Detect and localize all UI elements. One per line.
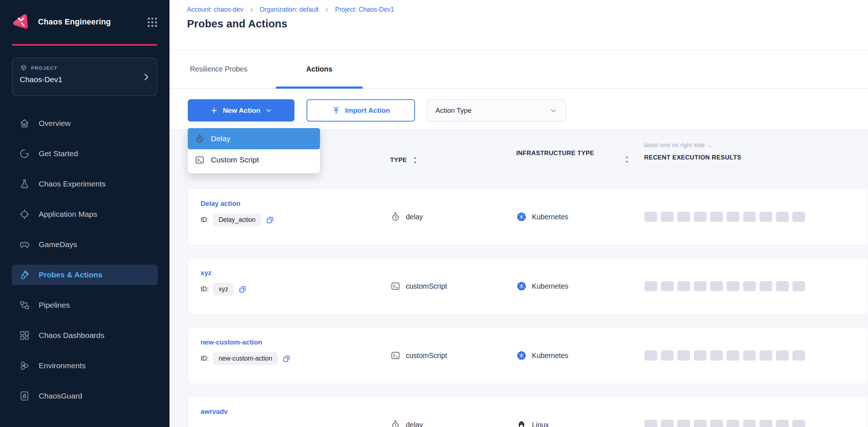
sidebar-item-chaos-dashboards[interactable]: Chaos Dashboards [12,325,158,346]
column-header-recent-execution-results: RECENT EXECUTION RESULTS [644,154,741,161]
chevron-down-icon [549,107,557,115]
execution-result-placeholder [727,212,739,222]
execution-result-placeholder [776,212,789,222]
execution-result-placeholder [776,281,789,291]
execution-result-placeholder [661,350,674,361]
terminal-icon [391,281,400,291]
new-action-button[interactable]: New Action [188,99,294,122]
execution-result-placeholder [760,281,772,291]
action-name-cell: new-custom-action ID: new-custom-action [201,338,291,365]
breadcrumb-organization-link[interactable]: Organization: default [260,6,319,14]
sort-icon[interactable] [412,156,418,164]
execution-result-placeholder [792,420,805,427]
project-label: PROJECT [31,65,58,71]
column-header-type: TYPE [390,156,418,164]
sort-icon[interactable] [624,155,630,164]
tab-actions[interactable]: Actions [276,50,363,88]
module-grid-icon[interactable] [146,16,159,28]
execution-result-placeholder [694,350,707,361]
execution-result-placeholder [661,281,674,291]
menu-item-custom-script[interactable]: Custom Script [188,149,320,170]
infrastructure-cell: Linux [517,420,549,427]
action-name-link[interactable]: Delay action [201,200,240,207]
chaos-engineering-logo-icon [11,13,30,32]
execution-result-placeholder [776,350,789,361]
test-tube-icon [19,269,30,280]
table-row: xyz ID: xyz customScript [188,258,868,315]
action-type-cell: customScript [391,281,447,291]
sidebar-item-probes-and-actions[interactable]: Probes & Actions [12,265,158,285]
action-name-cell: awrvadv [201,408,228,416]
execution-result-placeholder [760,212,772,222]
chevron-down-icon [265,107,272,114]
execution-result-placeholder [760,350,772,361]
action-type-cell: customScript [391,351,447,361]
execution-result-placeholder [792,350,805,361]
table-row: new-custom-action ID: new-custom-action [188,327,868,384]
sidebar-item-pipelines[interactable]: Pipelines [12,295,158,315]
stopwatch-icon [391,420,400,427]
execution-result-placeholder [710,281,723,291]
sidebar-item-gamedays[interactable]: GameDays [12,234,158,255]
recent-execution-results [644,420,805,427]
import-action-button[interactable]: Import Action [307,99,415,122]
sidebar-item-application-maps[interactable]: Application Maps [12,204,158,224]
infrastructure-cell: Kubernetes [517,281,568,291]
execution-result-placeholder [644,281,657,291]
tab-resilience-probes[interactable]: Resilience Probes [190,50,247,88]
copy-icon[interactable] [266,216,274,224]
action-type-select[interactable]: Action Type [427,99,566,122]
action-id-value: xyz [213,283,233,296]
sidebar-item-chaos-experiments[interactable]: Chaos Experiments [12,174,158,194]
copy-icon[interactable] [282,354,291,363]
execution-result-placeholder [727,420,739,427]
action-name-link[interactable]: xyz [201,269,212,277]
main-content: Account: chaos-dev Organization: default… [170,0,868,427]
action-id-row: ID: new-custom-action [201,352,291,365]
kubernetes-icon [517,281,526,291]
breadcrumb-account-link[interactable]: Account: chaos-dev [187,6,243,14]
action-name-link[interactable]: awrvadv [201,408,228,415]
tabs-bar: Resilience Probes Actions [170,50,868,89]
actions-table: TYPE INFRASTRUCTURE TYPE latest one on r… [170,130,868,427]
execution-result-placeholder [710,212,723,222]
sidebar-item-get-started[interactable]: Get Started [12,143,158,164]
execution-result-placeholder [694,420,707,427]
page-title: Probes and Actions [187,18,868,30]
execution-result-placeholder [677,212,690,222]
brand-title: Chaos Engineering [38,18,111,27]
recent-execution-results [644,281,805,291]
cube-icon [20,64,27,72]
menu-item-delay[interactable]: Delay [188,128,320,149]
sidebar-item-overview[interactable]: Overview [12,113,158,134]
infrastructure-cell: Kubernetes [517,212,568,222]
action-type-cell: delay [391,212,423,222]
recent-execution-results [644,212,805,222]
sidebar-item-chaosguard[interactable]: ChaosGuard [12,386,158,406]
execution-result-placeholder [677,420,690,427]
brand-divider [12,44,157,46]
execution-result-placeholder [743,281,756,291]
table-row: awrvadv delay [188,396,868,427]
execution-result-placeholder [760,420,772,427]
execution-result-placeholder [710,350,723,361]
hexagons-icon [19,360,30,371]
action-name-link[interactable]: new-custom-action [201,338,262,346]
breadcrumb-separator-icon [324,7,330,12]
sidebar-item-environments[interactable]: Environments [12,355,158,376]
execution-result-placeholder [743,350,756,361]
breadcrumb: Account: chaos-dev Organization: default… [187,6,868,14]
project-selector[interactable]: PROJECT Chaos-Dev1 [12,58,157,96]
plus-icon [210,107,218,115]
new-action-menu: Delay Custom Script [188,126,320,173]
execution-result-placeholder [743,420,756,427]
action-id-value: new-custom-action [213,352,278,365]
breadcrumb-project-link[interactable]: Project: Chaos-Dev1 [335,6,394,14]
crosshair-icon [19,209,30,220]
execution-result-placeholder [644,212,657,222]
sidebar-menu: Overview Get Started Chaos Experiments [12,113,158,406]
infrastructure-cell: Kubernetes [517,351,568,361]
execution-result-placeholder [661,420,674,427]
execution-result-placeholder [644,350,657,361]
copy-icon[interactable] [238,285,247,294]
